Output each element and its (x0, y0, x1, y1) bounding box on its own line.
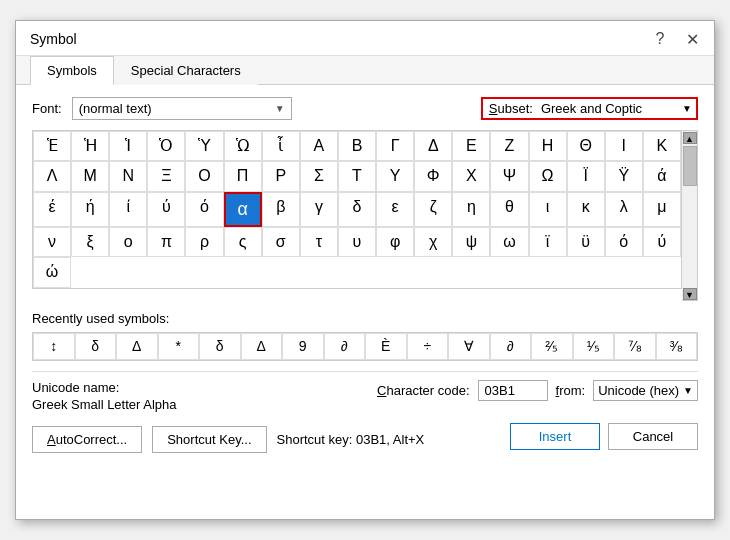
scroll-down-arrow[interactable]: ▼ (683, 288, 697, 300)
recently-used-cell[interactable]: È (365, 333, 407, 361)
recently-used-cell[interactable]: ⁷⁄₈ (614, 333, 656, 361)
cancel-button[interactable]: Cancel (608, 423, 698, 450)
symbol-cell[interactable]: ε (376, 192, 414, 227)
symbol-cell[interactable]: μ (643, 192, 681, 227)
symbol-cell[interactable]: δ (338, 192, 376, 227)
from-select[interactable]: Unicode (hex) ▼ (593, 380, 698, 401)
symbol-cell[interactable]: Μ (71, 161, 109, 191)
recently-used-cell[interactable]: * (158, 333, 200, 361)
insert-button[interactable]: Insert (510, 423, 600, 450)
close-button[interactable]: ✕ (680, 27, 704, 51)
symbol-cell[interactable]: ο (109, 227, 147, 257)
symbol-cell[interactable]: ω (490, 227, 528, 257)
symbol-cell[interactable]: Π (224, 161, 262, 191)
symbol-cell[interactable]: Φ (414, 161, 452, 191)
symbol-cell[interactable]: ό (605, 227, 643, 257)
symbol-cell[interactable]: Ε (452, 131, 490, 161)
symbol-cell[interactable]: Υ (376, 161, 414, 191)
recently-used-cell[interactable]: ∀ (448, 333, 490, 361)
symbol-cell[interactable]: ς (224, 227, 262, 257)
symbol-cell[interactable]: ύ (643, 227, 681, 257)
symbol-cell[interactable]: τ (300, 227, 338, 257)
recently-used-cell[interactable]: ³⁄₈ (656, 333, 698, 361)
help-button[interactable]: ? (648, 27, 672, 51)
symbol-cell[interactable]: λ (605, 192, 643, 227)
symbol-cell[interactable]: Ρ (262, 161, 300, 191)
symbol-cell[interactable]: Ω (529, 161, 567, 191)
symbol-cell[interactable]: Ὑ (185, 131, 223, 161)
scroll-thumb[interactable] (683, 146, 697, 186)
symbol-cell[interactable]: ξ (71, 227, 109, 257)
symbol-cell[interactable]: Χ (452, 161, 490, 191)
recently-used-cell[interactable]: Δ (241, 333, 283, 361)
symbol-cell[interactable]: Σ (300, 161, 338, 191)
symbol-cell[interactable]: Ζ (490, 131, 528, 161)
symbol-cell[interactable]: Η (529, 131, 567, 161)
symbol-cell[interactable]: Ὁ (147, 131, 185, 161)
symbol-cell[interactable]: ύ (147, 192, 185, 227)
recently-used-cell[interactable]: δ (75, 333, 117, 361)
charcode-input[interactable] (478, 380, 548, 401)
symbol-cell[interactable]: ρ (185, 227, 223, 257)
symbol-cell[interactable]: ν (33, 227, 71, 257)
tab-special-characters[interactable]: Special Characters (114, 56, 258, 85)
recently-used-cell[interactable]: 9 (282, 333, 324, 361)
symbol-cell[interactable]: φ (376, 227, 414, 257)
symbol-cell[interactable]: Τ (338, 161, 376, 191)
symbol-cell[interactable]: Ο (185, 161, 223, 191)
symbol-cell[interactable]: θ (490, 192, 528, 227)
symbol-cell[interactable]: ά (643, 161, 681, 191)
symbol-cell[interactable]: ἶ (262, 131, 300, 161)
recently-used-cell[interactable]: δ (199, 333, 241, 361)
symbol-cell[interactable]: α (224, 192, 262, 227)
scrollbar[interactable]: ▲ ▼ (682, 130, 698, 301)
recently-used-cell[interactable]: ∂ (490, 333, 532, 361)
symbol-cell[interactable]: Α (300, 131, 338, 161)
symbol-cell[interactable]: Ν (109, 161, 147, 191)
recently-used-cell[interactable]: ²⁄₅ (531, 333, 573, 361)
symbol-cell[interactable]: ό (185, 192, 223, 227)
symbol-cell[interactable]: Ψ (490, 161, 528, 191)
recently-used-cell[interactable]: ÷ (407, 333, 449, 361)
symbol-cell[interactable]: ί (109, 192, 147, 227)
subset-select[interactable]: Greek and Coptic ▼ (541, 101, 692, 116)
symbol-cell[interactable]: υ (338, 227, 376, 257)
symbol-cell[interactable]: ι (529, 192, 567, 227)
symbol-cell[interactable]: έ (33, 192, 71, 227)
symbol-cell[interactable]: ϋ (567, 227, 605, 257)
symbol-cell[interactable]: ώ (33, 257, 71, 287)
symbol-cell[interactable]: Λ (33, 161, 71, 191)
symbol-cell[interactable]: Ἑ (33, 131, 71, 161)
font-select[interactable]: (normal text) ▼ (72, 97, 292, 120)
symbol-cell[interactable]: σ (262, 227, 300, 257)
symbol-cell[interactable]: γ (300, 192, 338, 227)
symbol-cell[interactable]: Ὡ (224, 131, 262, 161)
symbol-cell[interactable]: Ξ (147, 161, 185, 191)
symbol-cell[interactable]: Ϊ (567, 161, 605, 191)
symbol-cell[interactable]: Θ (567, 131, 605, 161)
symbol-cell[interactable]: Δ (414, 131, 452, 161)
recently-used-cell[interactable]: ¹⁄₅ (573, 333, 615, 361)
symbol-cell[interactable]: Ἱ (109, 131, 147, 161)
symbol-cell[interactable]: Ι (605, 131, 643, 161)
scroll-up-arrow[interactable]: ▲ (683, 132, 697, 144)
symbol-cell[interactable]: Κ (643, 131, 681, 161)
autocorrect-button[interactable]: AutoCorrect... (32, 426, 142, 453)
recently-used-cell[interactable]: ∂ (324, 333, 366, 361)
symbol-cell[interactable]: Ἡ (71, 131, 109, 161)
symbol-cell[interactable]: χ (414, 227, 452, 257)
tab-symbols[interactable]: Symbols (30, 56, 114, 85)
symbol-cell[interactable]: Β (338, 131, 376, 161)
symbol-cell[interactable]: ψ (452, 227, 490, 257)
symbol-cell[interactable]: ϊ (529, 227, 567, 257)
symbol-cell[interactable]: Γ (376, 131, 414, 161)
recently-used-cell[interactable]: Δ (116, 333, 158, 361)
symbol-cell[interactable]: ζ (414, 192, 452, 227)
symbol-cell[interactable]: π (147, 227, 185, 257)
symbol-cell[interactable]: η (452, 192, 490, 227)
symbol-cell[interactable]: κ (567, 192, 605, 227)
symbol-cell[interactable]: ή (71, 192, 109, 227)
recently-used-cell[interactable]: ↕ (33, 333, 75, 361)
shortcut-key-button[interactable]: Shortcut Key... (152, 426, 266, 453)
symbol-cell[interactable]: β (262, 192, 300, 227)
